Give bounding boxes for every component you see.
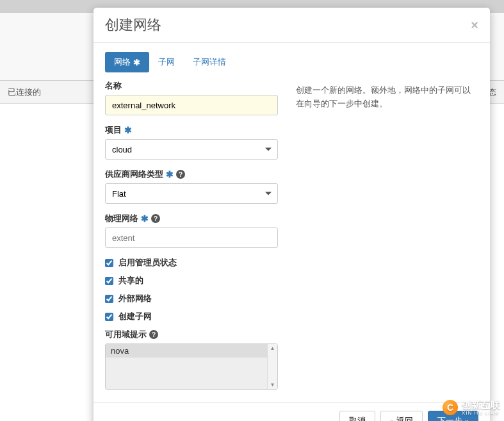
availability-label: 可用域提示 ? xyxy=(105,329,278,340)
provider-type-label-text: 供应商网络类型 xyxy=(105,169,163,180)
scrollbar[interactable]: ▲ ▼ xyxy=(267,344,277,389)
field-name: 名称 xyxy=(105,80,278,115)
field-availability: 可用域提示 ? nova ▲ ▼ xyxy=(105,329,278,390)
required-icon: ✱ xyxy=(133,58,140,67)
tab-subnet[interactable]: 子网 xyxy=(149,52,184,72)
bg-left-label: 已连接的 xyxy=(8,87,41,98)
scroll-down-icon[interactable]: ▼ xyxy=(270,382,275,388)
project-select-wrap: cloud xyxy=(105,139,278,160)
chevron-right-icon: » xyxy=(465,417,469,421)
description-column: 创建一个新的网络。额外地，网络中的子网可以在向导的下一步中创建。 xyxy=(296,52,478,399)
availability-multiselect[interactable]: nova ▲ ▼ xyxy=(105,343,278,390)
provider-type-label: 供应商网络类型 ✱ ? xyxy=(105,169,278,180)
tab-label: 网络 xyxy=(114,56,131,68)
help-icon[interactable]: ? xyxy=(151,214,160,223)
project-select[interactable]: cloud xyxy=(105,139,278,160)
name-label: 名称 xyxy=(105,80,278,92)
required-icon: ✱ xyxy=(124,125,132,135)
physical-network-label: 物理网络 ✱ ? xyxy=(105,213,278,224)
field-project: 项目 ✱ cloud xyxy=(105,124,278,160)
field-provider-type: 供应商网络类型 ✱ ? Flat xyxy=(105,169,278,204)
description-text: 创建一个新的网络。额外地，网络中的子网可以在向导的下一步中创建。 xyxy=(296,84,478,111)
tab-label: 子网详情 xyxy=(193,56,226,68)
availability-label-text: 可用域提示 xyxy=(105,329,147,340)
tab-label: 子网 xyxy=(158,56,175,68)
help-icon[interactable]: ? xyxy=(149,330,158,339)
required-icon: ✱ xyxy=(141,213,149,224)
form-column: 网络 ✱ 子网 子网详情 名称 项目 ✱ xyxy=(105,52,278,399)
modal-body: 网络 ✱ 子网 子网详情 名称 项目 ✱ xyxy=(93,43,490,402)
modal-header: 创建网络 × xyxy=(93,8,490,43)
provider-type-select-wrap: Flat xyxy=(105,183,278,204)
name-input[interactable] xyxy=(105,95,278,115)
modal-footer: 取消 « 返回 下一步 » xyxy=(93,402,490,421)
cancel-button[interactable]: 取消 xyxy=(339,411,375,421)
help-icon[interactable]: ? xyxy=(176,170,185,179)
availability-option[interactable]: nova xyxy=(106,344,277,358)
tab-network[interactable]: 网络 ✱ xyxy=(105,52,149,72)
next-button[interactable]: 下一步 » xyxy=(428,411,478,421)
external-label: 外部网络 xyxy=(118,293,152,304)
required-icon: ✱ xyxy=(166,169,174,179)
checkbox-external[interactable]: 外部网络 xyxy=(105,293,278,304)
project-label: 项目 ✱ xyxy=(105,124,278,136)
checkbox-admin-state[interactable]: 启用管理员状态 xyxy=(105,257,278,268)
checkbox-shared[interactable]: 共享的 xyxy=(105,275,278,286)
tabs: 网络 ✱ 子网 子网详情 xyxy=(105,52,278,72)
cancel-label: 取消 xyxy=(349,415,366,421)
checkbox-create-subnet[interactable]: 创建子网 xyxy=(105,311,278,322)
admin-state-label: 启用管理员状态 xyxy=(118,257,177,268)
field-physical-network: 物理网络 ✱ ? xyxy=(105,213,278,248)
admin-state-checkbox[interactable] xyxy=(105,259,113,267)
tab-subnet-details[interactable]: 子网详情 xyxy=(184,52,235,72)
shared-checkbox[interactable] xyxy=(105,277,113,285)
project-label-text: 项目 xyxy=(105,124,122,136)
next-label: 下一步 xyxy=(437,415,462,421)
physical-network-label-text: 物理网络 xyxy=(105,213,138,224)
create-subnet-checkbox[interactable] xyxy=(105,313,113,321)
modal-title: 创建网络 xyxy=(105,15,161,35)
back-button[interactable]: « 返回 xyxy=(380,411,423,421)
physical-network-input[interactable] xyxy=(105,227,278,248)
create-network-modal: 创建网络 × 网络 ✱ 子网 子网详情 名称 xyxy=(93,8,490,421)
shared-label: 共享的 xyxy=(118,275,143,286)
back-label: 返回 xyxy=(396,415,413,421)
external-checkbox[interactable] xyxy=(105,295,113,303)
close-icon[interactable]: × xyxy=(471,18,478,33)
create-subnet-label: 创建子网 xyxy=(118,311,152,322)
scroll-up-icon[interactable]: ▲ xyxy=(270,345,275,351)
chevron-left-icon: « xyxy=(390,417,394,421)
provider-type-select[interactable]: Flat xyxy=(105,183,278,204)
